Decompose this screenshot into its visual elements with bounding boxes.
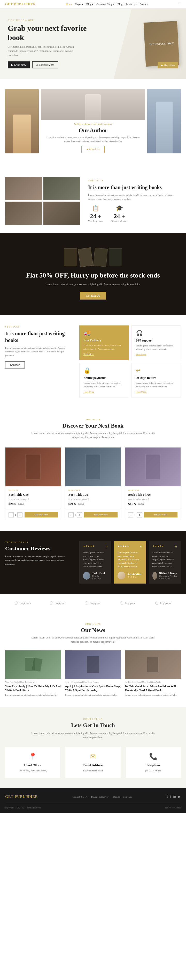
qty-plus-3[interactable]: + bbox=[137, 512, 142, 517]
delivery-icon: 🚚 bbox=[84, 329, 125, 336]
quote-icon-3: " bbox=[175, 545, 177, 551]
add-cart-2[interactable]: ADD TO CART bbox=[84, 512, 118, 517]
contact-us-button[interactable]: Contact Us bbox=[80, 292, 106, 299]
office-title: Head Office bbox=[10, 763, 55, 767]
nav-logo[interactable]: GET PUBLISHER bbox=[5, 2, 36, 6]
nav-contact[interactable]: Contact bbox=[140, 3, 148, 6]
authors-section: Writing books makes the world go round O… bbox=[0, 79, 186, 169]
book-card-3: Mystery Book Title Three generic author … bbox=[125, 447, 181, 520]
book-card-1: Fiction Book Title One generic author na… bbox=[5, 447, 61, 520]
stats-image-1 bbox=[5, 177, 42, 200]
add-cart-3[interactable]: ADD TO CART bbox=[144, 512, 178, 517]
news-title-1[interactable]: Your First Study | How To Shine My Life … bbox=[5, 684, 61, 692]
services-button[interactable]: Services bbox=[5, 361, 25, 369]
social-instagram-icon[interactable]: in bbox=[173, 794, 176, 799]
promo-books-visual bbox=[5, 248, 181, 266]
return-text: Lorem ipsum dolor sit amet, consectetur … bbox=[136, 382, 177, 388]
news-image-1 bbox=[5, 651, 61, 679]
news-title-2[interactable]: April | 6 Inspirational Care Spots From … bbox=[65, 684, 121, 692]
office-icon: 📍 bbox=[10, 752, 55, 760]
book-cover-3 bbox=[125, 447, 181, 486]
nav-home[interactable]: Home bbox=[66, 3, 72, 6]
shop-now-button[interactable]: ▶ Shop Now bbox=[8, 61, 30, 68]
hamburger-icon[interactable]: ☰ bbox=[178, 2, 181, 6]
social-youtube-icon[interactable]: ▶ bbox=[178, 794, 181, 799]
review-card-2: ★★★★★ " Lorem ipsum dolor sit amet, cons… bbox=[114, 541, 146, 584]
books-tag: Our Book bbox=[5, 418, 181, 421]
footer-top: GET PUBLISHER Contact & CTA Privacy & De… bbox=[5, 794, 181, 799]
delivery-read-more[interactable]: Read More bbox=[84, 353, 125, 355]
nav-pages[interactable]: Pages ▾ bbox=[75, 3, 83, 6]
news-card-3: Dr. Trix Good Sara | More Ambitious Will… bbox=[125, 651, 181, 697]
qty-value-1: 1 bbox=[15, 513, 16, 516]
author-img-placeholder-1 bbox=[5, 89, 39, 153]
review-text-3: Lorem ipsum dolor sit amet, consectetur … bbox=[153, 551, 177, 568]
stats-numbers: 📋 24 + Year Experience 🎓 24 + Talented M… bbox=[88, 205, 178, 222]
delivery-text: Lorem ipsum dolor sit amet, consectetur … bbox=[84, 344, 125, 351]
service-card-support: 🎧 24/7 support Lorem ipsum dolor sit ame… bbox=[131, 325, 181, 360]
book-cover-1 bbox=[5, 447, 61, 486]
stats-section: About Us It is more than just writing bo… bbox=[0, 169, 186, 233]
qty-value-3: 1 bbox=[134, 513, 136, 516]
author-image-center-top bbox=[41, 89, 145, 120]
reviewer-2: Sarah Mills Book Lover bbox=[118, 572, 142, 579]
qty-plus-1[interactable]: + bbox=[17, 512, 22, 517]
quote-icon-1: " bbox=[106, 545, 108, 551]
book-actions-2: - 1 + ADD TO CART bbox=[65, 509, 121, 520]
social-facebook-icon[interactable]: f bbox=[167, 794, 168, 799]
qty-minus-3[interactable]: - bbox=[128, 512, 133, 517]
logo-name-2: Logipsum bbox=[55, 601, 66, 605]
news-meta-3: Dr. Trix Good Sara | More Ambitious Will… bbox=[125, 681, 181, 683]
promo-title: Flat 50% OFF, Hurry up before the stock … bbox=[5, 272, 181, 279]
news-image-2 bbox=[65, 651, 121, 679]
footer-links: Contact & CTA Privacy & Delivery Design … bbox=[73, 795, 132, 798]
contact-card-office: 📍 Head Office Los Andlos, New York 20116… bbox=[5, 747, 60, 778]
qty-plus-2[interactable]: + bbox=[77, 512, 82, 517]
footer-link-1[interactable]: Contact & CTA bbox=[73, 795, 87, 798]
reviews-title: Customer Reviews bbox=[5, 545, 73, 552]
review-card-1: ★★★★★ " Lorem ipsum dolor sit amet, cons… bbox=[79, 541, 111, 584]
nav-blog2[interactable]: Blog bbox=[118, 3, 123, 6]
books-title: Discover Your Next Book bbox=[5, 422, 181, 429]
logo-name-4: Logipsum bbox=[125, 601, 136, 605]
footer-link-2[interactable]: Privacy & Delivery bbox=[91, 795, 109, 798]
stats-tag: About Us bbox=[88, 179, 178, 182]
support-read-more[interactable]: Read More bbox=[136, 353, 177, 356]
logos-section: ⬡ Logipsum ⬡ Logipsum ⬡ Logipsum ⬡ Logip… bbox=[0, 594, 186, 612]
qty-minus-1[interactable]: - bbox=[8, 512, 14, 517]
book-category-1: Fiction bbox=[8, 490, 58, 492]
news-excerpt-3: Lorem ipsum dolor sit amet, consectetur … bbox=[125, 694, 181, 697]
footer-tagline: New York Times bbox=[165, 807, 181, 809]
book-price-3: $15 $ bbox=[128, 502, 136, 506]
stat-icon-2: 🎓 bbox=[111, 205, 128, 212]
contact-card-email: ✉ Email Address info@yourdomin.com bbox=[65, 747, 120, 778]
reviewer-name-1: Jack Nicol bbox=[92, 572, 108, 575]
footer-copyright: copyright © 2021 All Rights Reserved bbox=[5, 807, 41, 809]
news-excerpt-1: Lorem ipsum dolor sit amet, consectetur … bbox=[5, 694, 61, 697]
review-card-3: ★★★★★ " Lorem ipsum dolor sit amet, cons… bbox=[149, 541, 181, 584]
stats-image-4 bbox=[43, 202, 80, 225]
reviewer-role-2: Book Lover bbox=[128, 576, 142, 578]
payments-read-more[interactable]: Read More bbox=[84, 390, 125, 393]
services-left: Services It is more than just writing bo… bbox=[5, 325, 73, 369]
nav-shop[interactable]: Customer Shop ▾ bbox=[96, 3, 114, 6]
footer-link-3[interactable]: Design of Company bbox=[113, 795, 132, 798]
qty-minus-2[interactable]: - bbox=[68, 512, 74, 517]
qty-control-2: - 1 + bbox=[68, 512, 82, 517]
news-section: Our News Our News Lorem ipsum dolor sit … bbox=[0, 612, 186, 707]
nav-blog[interactable]: Blog ▾ bbox=[86, 3, 93, 6]
return-read-more[interactable]: Read More bbox=[136, 390, 177, 393]
explore-more-button[interactable]: ◈ Explore More bbox=[32, 61, 58, 68]
contact-description: Lorem ipsum dolor sit amet, consectetur … bbox=[28, 731, 158, 740]
logo-name-3: Logipsum bbox=[90, 601, 101, 605]
news-excerpt-2: Lorem ipsum dolor sit amet, consectetur … bbox=[65, 694, 121, 697]
nav-products[interactable]: Products ▾ bbox=[126, 3, 137, 6]
social-twitter-icon[interactable]: t bbox=[170, 794, 171, 799]
email-text: info@yourdomin.com bbox=[71, 769, 115, 772]
book-cover-2 bbox=[65, 447, 121, 486]
news-title-3[interactable]: Dr. Trix Good Sara | More Ambitious Will… bbox=[125, 684, 181, 692]
add-cart-1[interactable]: ADD TO CART bbox=[25, 512, 58, 517]
footer-logo: GET PUBLISHER bbox=[5, 795, 38, 799]
service-card-payments: 🔒 Secure payments Lorem ipsum dolor sit … bbox=[79, 363, 129, 398]
about-us-button[interactable]: ✦ About Us bbox=[81, 146, 104, 153]
